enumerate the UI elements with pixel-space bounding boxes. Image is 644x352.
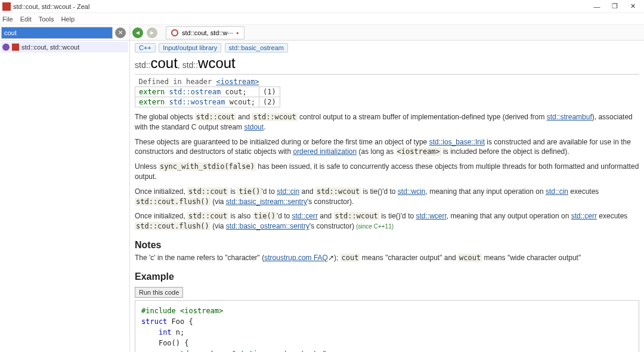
clear-search-icon[interactable]: ✕ xyxy=(115,27,126,38)
run-code-button[interactable]: Run this code xyxy=(135,287,183,298)
declaration-table: Defined in header <iostream> extern std:… xyxy=(135,77,280,107)
notes-text: The 'c' in the name refers to "character… xyxy=(135,253,639,263)
menu-file[interactable]: File xyxy=(2,16,13,23)
menu-tools[interactable]: Tools xyxy=(39,16,54,23)
link-stdout[interactable]: stdout xyxy=(244,123,264,131)
breadcrumb: C++ Input/output library std::basic_ostr… xyxy=(135,43,639,53)
crumb-cpp[interactable]: C++ xyxy=(135,43,156,53)
tab[interactable]: std::cout, std::w··· ▪ xyxy=(166,26,244,39)
sidebar: ✕ std::cout, std::wcout xyxy=(0,25,130,352)
crumb-ostream[interactable]: std::basic_ostream xyxy=(225,43,288,53)
result-label: std::cout, std::wcout xyxy=(21,44,79,51)
nav-toolbar: ◄ ► std::cout, std::w··· ▪ xyxy=(130,25,644,41)
tab-source-icon xyxy=(171,29,178,36)
app-icon xyxy=(2,2,11,11)
maximize-button[interactable]: ❐ xyxy=(606,2,624,10)
para-2: These objects are guaranteed to be initi… xyxy=(135,137,639,158)
tab-close-icon[interactable]: ▪ xyxy=(237,29,239,36)
decl-header-text: Defined in header xyxy=(139,78,216,86)
result-kind-icon xyxy=(2,44,10,51)
link-faq[interactable]: stroustrup.com FAQ xyxy=(264,254,328,262)
link-istream-sentry[interactable]: std::basic_istream::sentry xyxy=(226,197,307,206)
link-wcerr[interactable]: std::wcerr xyxy=(416,212,446,220)
link-streambuf[interactable]: std::streambuf xyxy=(547,113,592,121)
crumb-io[interactable]: Input/output library xyxy=(159,43,221,53)
link-ios-init[interactable]: std::ios_base::Init xyxy=(429,138,485,146)
close-button[interactable]: ✕ xyxy=(624,2,642,10)
result-source-icon xyxy=(12,44,19,51)
window-title: std::cout, std::wcout - Zeal xyxy=(13,3,588,10)
link-cerr2[interactable]: std::cerr xyxy=(571,212,597,220)
forward-button[interactable]: ► xyxy=(147,27,157,38)
page-title: std::cout, std::wcout xyxy=(135,55,639,75)
decl-row: extern std::ostream cout; (1) xyxy=(135,87,280,97)
link-ordered-init[interactable]: ordered initialization xyxy=(293,147,357,156)
link-cin[interactable]: std::cin xyxy=(277,187,299,196)
search-input[interactable] xyxy=(1,27,113,39)
search-row: ✕ xyxy=(0,25,129,41)
decl-row: extern std::wostream wcout; (2) xyxy=(135,97,280,107)
content-area: ◄ ► std::cout, std::w··· ▪ C++ Input/out… xyxy=(130,25,644,352)
decl-header-link[interactable]: <iostream> xyxy=(216,78,259,86)
link-wcin[interactable]: std::wcin xyxy=(398,187,426,196)
para-5: Once initialized, std::cout is also tie(… xyxy=(135,211,639,231)
document: C++ Input/output library std::basic_ostr… xyxy=(130,41,644,352)
search-results: std::cout, std::wcout xyxy=(0,41,129,352)
link-cerr[interactable]: std::cerr xyxy=(292,212,318,220)
menu-bar: File Edit Tools Help xyxy=(0,13,644,25)
result-item[interactable]: std::cout, std::wcout xyxy=(1,42,128,53)
minimize-button[interactable]: — xyxy=(588,3,606,10)
menu-help[interactable]: Help xyxy=(61,16,75,23)
back-button[interactable]: ◄ xyxy=(132,27,143,38)
para-1: The global objects std::cout and std::wc… xyxy=(135,112,639,132)
window-titlebar: std::cout, std::wcout - Zeal — ❐ ✕ xyxy=(0,0,644,13)
code-block: #include <iostream> struct Foo { int n; … xyxy=(135,300,639,352)
menu-edit[interactable]: Edit xyxy=(20,16,32,23)
para-3: Unless sync_with_stdio(false) has been i… xyxy=(135,162,639,182)
notes-heading: Notes xyxy=(135,240,639,251)
tab-label: std::cout, std::w··· xyxy=(182,29,233,36)
link-ostream-sentry[interactable]: std::basic_ostream::sentry xyxy=(226,222,309,230)
link-cin2[interactable]: std::cin xyxy=(546,187,568,196)
example-heading: Example xyxy=(135,271,639,282)
para-4: Once initialized, std::cout is tie()'d t… xyxy=(135,187,639,207)
